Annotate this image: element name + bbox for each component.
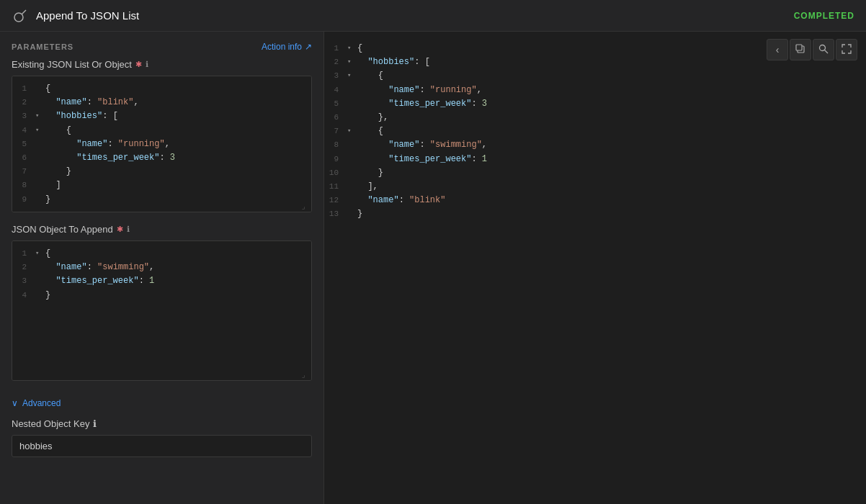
svg-point-0 [14,13,23,22]
panel-title: PARAMETERS [12,42,73,51]
main-layout: PARAMETERS Action info ↗ Existing JSON L… [0,32,866,504]
page-title: Append To JSON List [36,9,794,22]
json-append-code: 1▾{ 2 "name": "swimming", 3 "times_per_w… [12,241,311,349]
svg-rect-3 [796,45,802,50]
search-icon [818,44,829,56]
expand-icon [842,44,852,56]
advanced-toggle[interactable]: ∨ Advanced [12,398,312,408]
existing-json-editor[interactable]: 1{ 2 "name": "blink", 3▾ "hobbies": [ 4▾… [12,76,312,212]
left-panel: PARAMETERS Action info ↗ Existing JSON L… [0,32,324,504]
info-icon-1[interactable]: ℹ [146,60,148,69]
info-icon-2[interactable]: ℹ [127,225,130,234]
resize-handle-2[interactable]: ⌟ [301,370,308,377]
json-append-editor[interactable]: 1▾{ 2 "name": "swimming", 3 "times_per_w… [12,240,312,381]
json-append-field: JSON Object To Append ✱ ℹ 1▾{ 2 "name": … [0,224,323,392]
existing-json-code: 1{ 2 "name": "blink", 3▾ "hobbies": [ 4▾… [12,76,311,212]
action-info-link[interactable]: Action info ↗ [262,42,312,52]
chevron-down-icon: ∨ [12,398,18,408]
copy-icon [795,44,805,56]
right-panel: ‹ [324,32,866,504]
expand-button[interactable] [836,39,857,60]
info-icon-3[interactable]: ℹ [93,418,97,429]
required-marker: ✱ [135,60,142,69]
status-badge: COMPLETED [794,11,854,21]
output-toolbar: ‹ [767,39,857,60]
nested-key-input[interactable] [12,435,312,457]
output-code: 1▾{ 2▾ "hobbies": [ 3▾ { 4 "name": "runn… [324,32,866,504]
field1-label: Existing JSON List Or Object ✱ ℹ [12,59,312,70]
external-link-icon: ↗ [305,42,312,52]
svg-line-1 [22,10,27,14]
svg-line-5 [825,50,829,53]
field2-label: JSON Object To Append ✱ ℹ [12,224,312,235]
existing-json-field: Existing JSON List Or Object ✱ ℹ 1{ 2 "n… [0,59,323,224]
required-marker-2: ✱ [117,225,123,234]
svg-point-4 [820,45,826,50]
advanced-section: ∨ Advanced Nested Object Key ℹ [0,392,323,463]
app-icon [12,7,29,24]
search-button[interactable] [813,39,834,60]
app-header: Append To JSON List COMPLETED [0,0,866,32]
panel-header: PARAMETERS Action info ↗ [0,32,323,59]
copy-button[interactable] [790,39,811,60]
chevron-left-icon: ‹ [776,44,780,55]
resize-handle-1[interactable]: ⌟ [301,202,308,209]
nested-key-label: Nested Object Key ℹ [12,418,312,429]
back-button[interactable]: ‹ [767,39,788,60]
